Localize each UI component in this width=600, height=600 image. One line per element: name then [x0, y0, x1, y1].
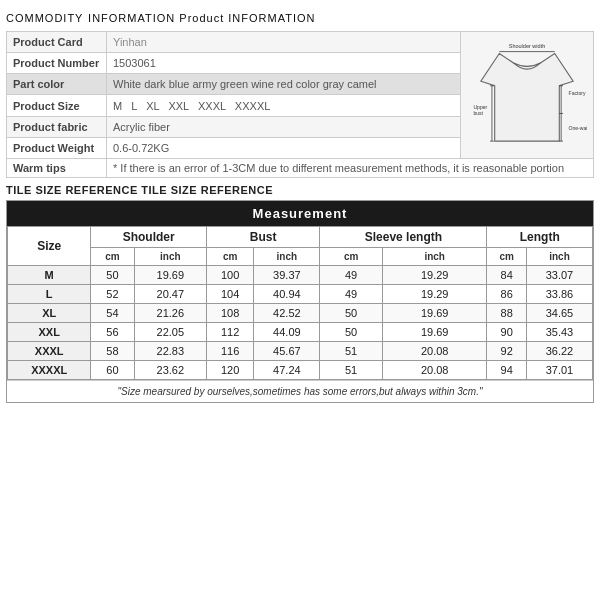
value-product-number: 1503061 — [107, 53, 461, 74]
shoulder-in: 19.69 — [134, 266, 206, 285]
commodity-title: COMMODITY — [6, 12, 83, 24]
sleeve-cm: 49 — [320, 266, 383, 285]
length-cm: 94 — [487, 361, 526, 380]
bust-in: 40.94 — [254, 285, 320, 304]
sleeve-cm: 49 — [320, 285, 383, 304]
table-row: Product Card Yinhan — [7, 32, 594, 53]
shoulder-in: 22.83 — [134, 342, 206, 361]
length-in: 36.22 — [526, 342, 592, 361]
col-group-row: Size Shoulder Bust Sleeve length Length — [8, 227, 593, 248]
size-cell: XXL — [8, 323, 91, 342]
bust-cm: 112 — [206, 323, 253, 342]
length-cm: 88 — [487, 304, 526, 323]
length-cm: 90 — [487, 323, 526, 342]
shoulder-cm-header: cm — [91, 248, 134, 266]
svg-text:One-waist: One-waist — [569, 125, 587, 131]
page-container: COMMODITY INFORMATION Product INFORMATIO… — [0, 0, 600, 413]
length-in: 37.01 — [526, 361, 592, 380]
measurement-table: Size Shoulder Bust Sleeve length Length … — [7, 226, 593, 380]
label-part-color: Part color — [7, 74, 107, 95]
value-product-card: Yinhan — [107, 32, 461, 53]
label-product-card: Product Card — [7, 32, 107, 53]
diagram-cell: Shoulder width Factory bust One-waist — [461, 32, 594, 159]
commodity-subtitle: INFORMATION Product INFORMATION — [88, 12, 315, 24]
bust-header: Bust — [206, 227, 319, 248]
shoulder-in: 22.05 — [134, 323, 206, 342]
table-row: Warm tips * If there is an error of 1-3C… — [7, 159, 594, 178]
sleeve-in: 19.29 — [382, 266, 487, 285]
sleeve-cm: 51 — [320, 361, 383, 380]
bust-cm: 108 — [206, 304, 253, 323]
svg-text:Shoulder width: Shoulder width — [509, 43, 546, 49]
value-part-color: White dark blue army green wine red colo… — [107, 74, 461, 95]
bust-in: 44.09 — [254, 323, 320, 342]
table-row: XXL 56 22.05 112 44.09 50 19.69 90 35.43 — [8, 323, 593, 342]
bust-in: 42.52 — [254, 304, 320, 323]
tshirt-diagram: Shoulder width Factory bust One-waist — [467, 35, 587, 155]
svg-text:Factory bust: Factory bust — [569, 90, 587, 96]
table-row: M 50 19.69 100 39.37 49 19.29 84 33.07 — [8, 266, 593, 285]
bust-in-header: inch — [254, 248, 320, 266]
sub-col-row: cm inch cm inch cm inch cm inch — [8, 248, 593, 266]
shoulder-cm: 58 — [91, 342, 134, 361]
table-row: XXXXL 60 23.62 120 47.24 51 20.08 94 37.… — [8, 361, 593, 380]
value-product-size: M L XL XXL XXXL XXXXL — [107, 95, 461, 116]
bust-cm: 104 — [206, 285, 253, 304]
measurement-table-wrap: Measurement Size Shoulder Bust Sleeve le… — [6, 200, 594, 403]
bust-cm-header: cm — [206, 248, 253, 266]
length-cm: 86 — [487, 285, 526, 304]
label-product-size: Product Size — [7, 95, 107, 116]
bust-in: 39.37 — [254, 266, 320, 285]
sleeve-in: 19.69 — [382, 323, 487, 342]
length-cm: 92 — [487, 342, 526, 361]
shoulder-cm: 50 — [91, 266, 134, 285]
bust-cm: 120 — [206, 361, 253, 380]
length-in: 33.86 — [526, 285, 592, 304]
sleeve-cm-header: cm — [320, 248, 383, 266]
length-cm-header: cm — [487, 248, 526, 266]
bust-cm: 100 — [206, 266, 253, 285]
length-in: 33.07 — [526, 266, 592, 285]
shoulder-in: 20.47 — [134, 285, 206, 304]
sleeve-in: 20.08 — [382, 361, 487, 380]
svg-text:bust: bust — [473, 110, 483, 116]
bust-in: 45.67 — [254, 342, 320, 361]
sleeve-header: Sleeve length — [320, 227, 487, 248]
sleeve-cm: 50 — [320, 304, 383, 323]
size-header: Size — [8, 227, 91, 266]
shoulder-cm: 56 — [91, 323, 134, 342]
sleeve-cm: 51 — [320, 342, 383, 361]
sleeve-in: 19.69 — [382, 304, 487, 323]
size-cell: M — [8, 266, 91, 285]
length-in-header: inch — [526, 248, 592, 266]
bust-in: 47.24 — [254, 361, 320, 380]
size-cell: L — [8, 285, 91, 304]
tile-ref-header: TILE SIZE REFERENCE TILE SIZE REFERENCE — [6, 184, 594, 196]
shoulder-in-header: inch — [134, 248, 206, 266]
table-row: L 52 20.47 104 40.94 49 19.29 86 33.86 — [8, 285, 593, 304]
measurement-note: "Size mearsured by ourselves,sometimes h… — [7, 380, 593, 402]
label-warm-tips: Warm tips — [7, 159, 107, 178]
size-cell: XXXL — [8, 342, 91, 361]
sleeve-cm: 50 — [320, 323, 383, 342]
sleeve-in-header: inch — [382, 248, 487, 266]
length-header: Length — [487, 227, 593, 248]
shoulder-in: 21.26 — [134, 304, 206, 323]
table-row: XL 54 21.26 108 42.52 50 19.69 88 34.65 — [8, 304, 593, 323]
value-product-fabric: Acrylic fiber — [107, 116, 461, 137]
value-warm-tips: * If there is an error of 1-3CM due to d… — [107, 159, 594, 178]
shoulder-cm: 54 — [91, 304, 134, 323]
length-in: 35.43 — [526, 323, 592, 342]
length-cm: 84 — [487, 266, 526, 285]
length-in: 34.65 — [526, 304, 592, 323]
shoulder-header: Shoulder — [91, 227, 207, 248]
diagram-container: Shoulder width Factory bust One-waist — [467, 35, 587, 155]
shoulder-in: 23.62 — [134, 361, 206, 380]
label-product-number: Product Number — [7, 53, 107, 74]
svg-text:Upper: Upper — [473, 104, 487, 110]
label-product-fabric: Product fabric — [7, 116, 107, 137]
table-row: XXXL 58 22.83 116 45.67 51 20.08 92 36.2… — [8, 342, 593, 361]
product-info-table: Product Card Yinhan — [6, 31, 594, 178]
commodity-header: COMMODITY INFORMATION Product INFORMATIO… — [6, 10, 594, 25]
measurement-title: Measurement — [7, 201, 593, 226]
